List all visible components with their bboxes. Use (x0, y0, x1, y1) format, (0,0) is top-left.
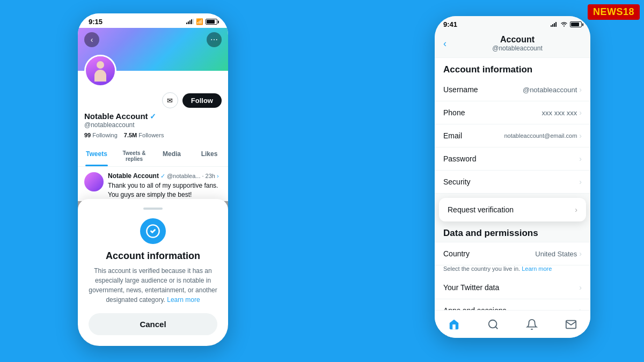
chevron-security: › (579, 178, 582, 186)
settings-content: Account information Username @notableacc… (435, 58, 590, 338)
battery-icon-left (206, 19, 217, 25)
row-value-email: notableaccount@email.com (504, 132, 577, 139)
row-value-phone: xxx xxx xxx (542, 109, 577, 117)
tweet-text: Thank you to all of my supportive fans. … (108, 181, 222, 200)
nav-messages[interactable] (565, 319, 577, 330)
row-label-email: Email (443, 131, 462, 140)
row-right-country: United States › (535, 249, 582, 258)
tab-tweets[interactable]: Tweets (78, 145, 115, 166)
settings-row-phone[interactable]: Phone xxx xxx xxx › (435, 101, 590, 124)
right-phone-wrapper: 9:41 (435, 16, 590, 351)
status-bar-left: 9:15 📶 (78, 13, 228, 28)
nav-home[interactable] (448, 319, 460, 330)
svg-rect-3 (191, 19, 192, 24)
settings-row-email[interactable]: Email notableaccount@email.com › (435, 124, 590, 147)
tweet-handle: @notablea... (167, 173, 201, 179)
tab-likes[interactable]: Likes (191, 145, 228, 166)
settings-row-security[interactable]: Security › (435, 171, 590, 194)
profile-handle: @notableaccount (84, 121, 222, 129)
nav-back-button[interactable]: ‹ (443, 38, 447, 49)
following-count: 99 (84, 132, 91, 138)
request-verification-card[interactable]: Request verification › (439, 198, 586, 221)
profile-avatar (84, 55, 116, 87)
country-learn-more[interactable]: Learn more (522, 265, 552, 272)
row-label-username: Username (443, 85, 478, 94)
status-bar-right: 9:41 (435, 16, 590, 31)
country-note-text: Select the country you live in. (443, 265, 520, 272)
profile-tabs: Tweets Tweets & replies Media Likes (78, 145, 228, 167)
time-right: 9:41 (443, 20, 457, 28)
status-icons-right (551, 21, 582, 28)
row-right-security: › (579, 178, 582, 186)
row-label-phone: Phone (443, 108, 465, 117)
message-button[interactable]: ✉ (162, 92, 178, 108)
nav-title: Account (453, 35, 582, 45)
svg-line-11 (495, 327, 497, 329)
profile-name: Notable Account ✓ (84, 112, 222, 121)
settings-row-username[interactable]: Username @notableaccount › (435, 78, 590, 101)
tweet-header: Notable Account ✓ @notablea... · 23h › (108, 172, 222, 180)
chevron-email: › (579, 131, 582, 140)
followers-stat: 7.5M Followers (124, 132, 164, 138)
svg-rect-8 (554, 23, 555, 27)
sheet-handle (143, 208, 163, 210)
nav-header: ‹ Account @notableaccount (435, 31, 590, 58)
profile-name-text: Notable Account (84, 112, 148, 121)
tab-replies[interactable]: Tweets & replies (115, 145, 153, 166)
row-right-password: › (579, 154, 582, 163)
chevron-phone: › (579, 108, 582, 117)
svg-rect-7 (552, 24, 553, 27)
svg-rect-2 (189, 20, 191, 24)
follow-area: ✉ Follow (78, 88, 228, 108)
row-label-country: Country (443, 249, 470, 258)
news18-label: NEWS (593, 6, 623, 17)
news18-label2: 18 (623, 6, 634, 17)
svg-rect-0 (186, 23, 187, 24)
status-icons-left: 📶 (186, 18, 217, 25)
settings-row-twitter-data[interactable]: Your Twitter data › (435, 276, 590, 299)
following-label: Following (92, 132, 117, 138)
verified-icon-large (140, 218, 166, 244)
battery-icon-right (570, 21, 582, 27)
profile-back-button[interactable]: ‹ (84, 32, 99, 47)
settings-row-password[interactable]: Password › (435, 147, 590, 171)
settings-row-country[interactable]: Country United States › (435, 242, 590, 265)
tweet-time: · 23h (202, 173, 215, 179)
avatar-silhouette (91, 61, 110, 85)
profile-info: Notable Account ✓ @notableaccount 99 Fol… (78, 108, 228, 143)
wifi-icon-right (560, 21, 568, 28)
bottom-sheet: Account information This account is veri… (78, 199, 228, 346)
profile-header: ‹ ⋯ (78, 28, 228, 71)
row-right-username: @notableaccount › (523, 85, 582, 94)
follow-button[interactable]: Follow (182, 93, 222, 108)
nav-notifications[interactable] (526, 319, 538, 330)
left-phone-wrapper: 9:15 📶 (78, 13, 228, 351)
avatar-inner (86, 56, 115, 85)
row-label-password: Password (443, 154, 476, 163)
chevron-twitter-data: › (579, 283, 582, 292)
time-left: 9:15 (89, 18, 103, 26)
row-right-email: notableaccount@email.com › (504, 131, 582, 140)
row-label-security: Security (443, 178, 471, 186)
svg-point-10 (489, 320, 497, 328)
row-right-phone: xxx xxx xxx › (542, 108, 582, 117)
chevron-country: › (579, 249, 582, 258)
news18-badge: NEWS18 (588, 4, 640, 20)
cancel-button[interactable]: Cancel (89, 313, 217, 335)
nav-title-block: Account @notableaccount (453, 35, 582, 52)
nav-search[interactable] (487, 319, 499, 330)
row-value-username: @notableaccount (523, 86, 577, 94)
bottom-nav (435, 310, 590, 338)
request-verification-label: Request verification (448, 205, 514, 214)
tab-media[interactable]: Media (153, 145, 191, 166)
learn-more-link[interactable]: Learn more (167, 296, 200, 304)
sheet-title: Account information (89, 250, 217, 262)
followers-count: 7.5M (124, 132, 137, 138)
data-permissions-header: Data and permissions (435, 221, 590, 242)
chevron-username: › (579, 85, 582, 94)
tweet-more[interactable]: › (217, 173, 219, 179)
sheet-description: This account is verified because it has … (89, 266, 217, 305)
profile-more-button[interactable]: ⋯ (207, 32, 222, 47)
svg-rect-6 (551, 25, 552, 27)
svg-rect-4 (193, 19, 194, 24)
